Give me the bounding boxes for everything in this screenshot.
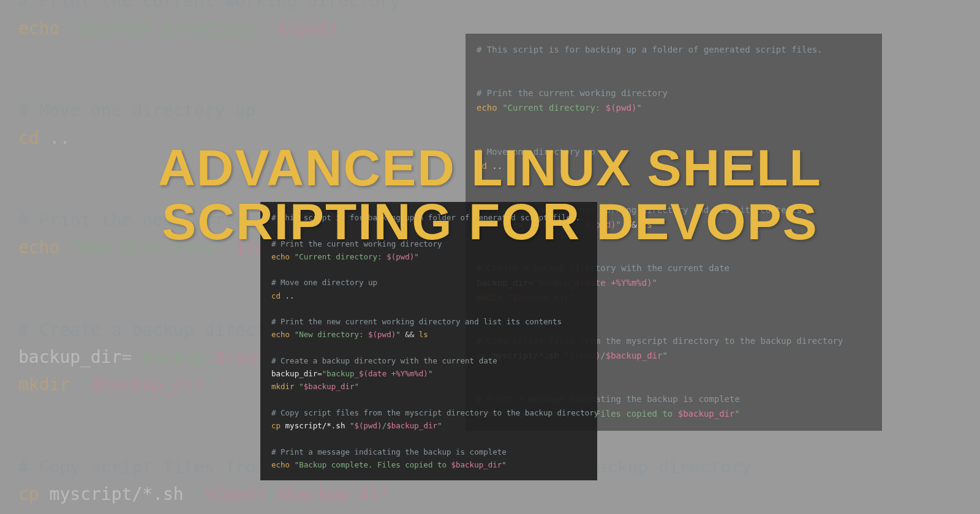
main-title: ADVANCED LINUX SHELL SCRIPTING FOR DEVOP… bbox=[18, 141, 962, 248]
